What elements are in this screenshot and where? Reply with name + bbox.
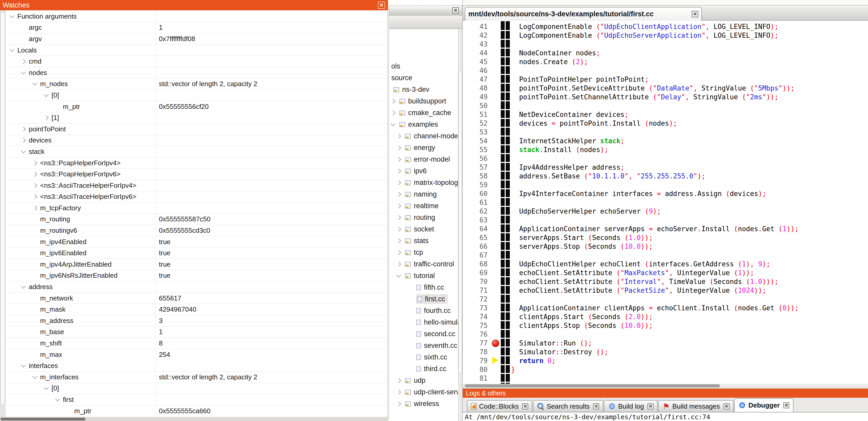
watch-value[interactable]: 3 xyxy=(156,315,388,326)
watch-row[interactable]: m_tcpFactory xyxy=(6,202,388,214)
watch-value[interactable]: 254 xyxy=(156,349,388,360)
line-number[interactable]: 42 xyxy=(463,31,492,40)
watch-value[interactable]: 0x55555556cf20 xyxy=(156,101,388,112)
watch-value[interactable]: 655617 xyxy=(156,293,388,304)
line-number[interactable]: 60 xyxy=(463,189,492,198)
chevron-right-icon[interactable] xyxy=(396,262,401,266)
watch-row[interactable]: m_base1 xyxy=(6,327,388,338)
watch-name-cell[interactable]: m_address xyxy=(6,315,156,326)
chevron-right-icon[interactable] xyxy=(396,215,401,220)
watch-name-cell[interactable]: m_shift xyxy=(6,338,156,349)
chevron-right-icon[interactable] xyxy=(396,180,401,185)
tree-item-third-cc[interactable]: third.cc xyxy=(389,363,458,375)
chevron-down-icon[interactable] xyxy=(396,272,401,277)
tree-item-stats[interactable]: stats xyxy=(389,235,458,247)
chevron-right-icon[interactable] xyxy=(396,145,401,150)
watch-row[interactable]: cmd xyxy=(6,56,388,67)
watch-row[interactable]: <ns3::AsciiTraceHelperForIpv6> xyxy=(6,191,388,203)
line-number[interactable]: 46 xyxy=(463,66,492,75)
watch-name-cell[interactable]: m_mask xyxy=(6,304,156,315)
code-line[interactable]: 76 xyxy=(463,330,868,339)
watch-value[interactable]: 8 xyxy=(156,338,388,349)
watch-name-cell[interactable]: argc xyxy=(6,22,156,33)
tree-item-ols[interactable]: ols xyxy=(389,61,458,72)
code-line[interactable]: 48 pointToPoint.SetDeviceAttribute ("Dat… xyxy=(463,84,868,93)
watch-row[interactable]: m_shift8 xyxy=(6,338,388,349)
watch-name-cell[interactable]: m_ipv6Enabled xyxy=(6,248,156,259)
log-tab-debugger[interactable]: ⚙Debugger✕ xyxy=(734,398,794,412)
watch-name-cell[interactable]: <ns3::AsciiTraceHelperForIpv4> xyxy=(6,180,156,191)
code-line[interactable]: 78 Simulator::Destroy (); xyxy=(463,348,868,356)
code-line[interactable]: 45 nodes.Create (2); xyxy=(463,57,868,66)
line-number[interactable]: 81 xyxy=(463,374,492,383)
watch-value[interactable] xyxy=(156,281,388,292)
line-number[interactable]: 45 xyxy=(463,57,492,66)
line-number[interactable]: 48 xyxy=(463,84,492,93)
watch-row[interactable]: m_ipv6Enabledtrue xyxy=(6,248,388,259)
tree-item-fifth-cc[interactable]: fifth.cc xyxy=(389,282,458,293)
tree-item-source[interactable]: source xyxy=(389,72,458,84)
line-number[interactable]: 49 xyxy=(463,93,492,101)
watch-row[interactable]: <ns3::PcapHelperForIpv4> xyxy=(6,158,388,169)
watch-value[interactable] xyxy=(156,146,388,157)
watch-value[interactable]: 4294967040 xyxy=(156,304,388,315)
watch-row[interactable]: <ns3::AsciiTraceHelperForIpv4> xyxy=(6,180,388,191)
line-number[interactable]: 77 xyxy=(463,339,492,348)
log-tab-code-blocks[interactable]: Code::Blocks✕ xyxy=(467,400,532,412)
chevron-down-icon[interactable] xyxy=(9,13,14,18)
watch-name-cell[interactable]: <ns3::PcapHelperForIpv4> xyxy=(6,158,156,169)
code-line[interactable]: 67 xyxy=(463,251,868,260)
editor-tab-first-cc[interactable]: mnt/dev/tools/source/ns-3-dev/examples/t… xyxy=(465,7,702,21)
editor-horizontal-scrollbar[interactable] xyxy=(463,384,868,388)
watch-row[interactable]: m_nodesstd::vector of length 2, capacity… xyxy=(6,78,388,90)
watch-row[interactable]: [1] xyxy=(6,112,388,124)
watch-row[interactable]: Function arguments xyxy=(6,11,388,22)
code-line[interactable]: 52 devices = pointToPoint.Install (nodes… xyxy=(463,119,868,128)
watch-value[interactable] xyxy=(156,90,388,101)
close-icon[interactable]: ✕ xyxy=(783,402,789,408)
chevron-down-icon[interactable] xyxy=(32,81,37,86)
line-number[interactable]: 75 xyxy=(463,321,492,330)
chevron-right-icon[interactable] xyxy=(391,110,395,115)
code-line[interactable]: 47 PointToPointHelper pointToPoint; xyxy=(463,75,868,84)
close-icon[interactable]: ✕ xyxy=(648,403,653,409)
watch-name-cell[interactable]: nodes xyxy=(6,67,156,78)
watch-name-cell[interactable]: argv xyxy=(6,33,156,44)
watch-value[interactable]: std::vector of length 2, capacity 2 xyxy=(156,78,388,90)
watch-row[interactable]: m_ipv4Enabledtrue xyxy=(6,236,388,248)
tree-item-routing[interactable]: routing xyxy=(389,212,458,223)
code-line[interactable]: 61 xyxy=(463,198,868,207)
watches-title-bar[interactable]: Watches ✕ xyxy=(0,0,388,10)
watch-name-cell[interactable]: pointToPoint xyxy=(6,124,156,135)
log-tab-build-log[interactable]: ⚙Build log✕ xyxy=(604,400,658,412)
watch-row[interactable]: [0] xyxy=(6,383,388,394)
watch-value[interactable] xyxy=(156,191,388,202)
code-line[interactable]: 41 LogComponentEnable ("UdpEchoClientApp… xyxy=(463,22,868,31)
line-number[interactable]: 64 xyxy=(463,224,492,233)
watch-name-cell[interactable]: cmd xyxy=(6,56,156,67)
code-line[interactable]: 55 stack.Install (nodes); xyxy=(463,145,868,154)
watch-row[interactable]: [0] xyxy=(6,90,388,101)
code-line[interactable]: 81 xyxy=(463,374,868,383)
code-line[interactable]: 65 serverApps.Start (Seconds (1.0)); xyxy=(463,233,868,242)
code-line[interactable]: 64 ApplicationContainer serverApps = ech… xyxy=(463,224,868,233)
code-line[interactable]: 71 echoClient.SetAttribute ("PacketSize"… xyxy=(463,286,868,295)
code-line[interactable]: 49 pointToPoint.SetChannelAttribute ("De… xyxy=(463,93,868,101)
chevron-down-icon[interactable] xyxy=(32,374,37,379)
line-number[interactable]: 56 xyxy=(463,154,492,163)
watch-row[interactable]: stack xyxy=(6,146,388,158)
code-line[interactable]: 62 UdpEchoServerHelper echoServer (9); xyxy=(463,207,868,216)
watch-value[interactable] xyxy=(156,45,388,56)
watch-name-cell[interactable]: [1] xyxy=(6,112,156,123)
watch-row[interactable]: Locals xyxy=(6,45,388,56)
code-line[interactable]: 59 xyxy=(463,181,868,189)
tree-item-realtime[interactable]: realtime xyxy=(389,200,458,212)
chevron-down-icon[interactable] xyxy=(55,396,60,401)
chevron-right-icon[interactable] xyxy=(32,172,37,176)
tree-item-traffic-control[interactable]: traffic-control xyxy=(389,258,458,270)
chevron-right-icon[interactable] xyxy=(391,99,395,103)
watches-horizontal-scrollbar[interactable] xyxy=(0,417,388,421)
line-number[interactable]: 79 xyxy=(463,356,492,365)
line-number[interactable]: 44 xyxy=(463,48,492,57)
watch-row[interactable]: m_mask4294967040 xyxy=(6,304,388,315)
